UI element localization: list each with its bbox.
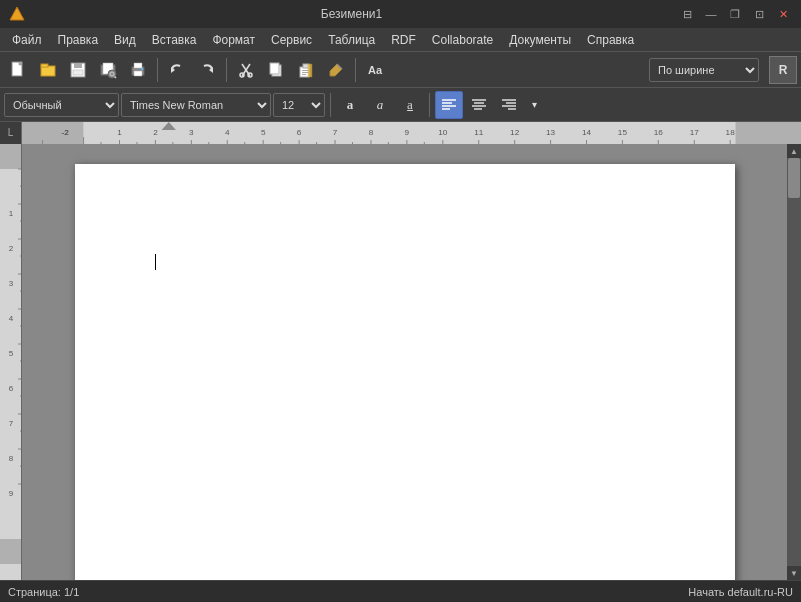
toolbar-separator-3	[355, 58, 356, 82]
vertical-scrollbar[interactable]: ▲ ▼	[787, 144, 801, 580]
svg-rect-15	[141, 68, 143, 70]
svg-text:6: 6	[297, 128, 302, 137]
align-right-button[interactable]	[495, 91, 523, 119]
menu-item-вставка[interactable]: Вставка	[144, 31, 205, 49]
vertical-ruler-container: 1 2 3 4 5 6 7 8 9	[0, 144, 22, 580]
svg-rect-45	[84, 122, 736, 144]
menu-item-collaborate[interactable]: Collaborate	[424, 31, 501, 49]
scroll-track[interactable]	[787, 158, 801, 566]
paste-button[interactable]	[292, 56, 320, 84]
maximize-button[interactable]: ⊡	[749, 4, 769, 24]
svg-line-11	[115, 76, 117, 78]
scroll-down-button[interactable]: ▼	[787, 566, 801, 580]
menubar: ФайлПравкаВидВставкаФорматСервисТаблицаR…	[0, 28, 801, 52]
svg-text:8: 8	[9, 454, 14, 463]
svg-text:7: 7	[9, 419, 14, 428]
format-R-button[interactable]: R	[769, 56, 797, 84]
print-button[interactable]	[124, 56, 152, 84]
italic-button[interactable]: а	[366, 91, 394, 119]
page-info: Страница: 1/1	[8, 586, 79, 598]
ruler-horizontal: -2 -2 1 2 3 4 5 6 7 8 9 10 11	[22, 122, 801, 144]
font-size-select[interactable]: 12 891011 1416182436	[273, 93, 325, 117]
svg-rect-23	[270, 63, 279, 74]
menu-item-справка[interactable]: Справка	[579, 31, 642, 49]
font-name-select[interactable]: Times New Roman	[121, 93, 271, 117]
svg-rect-5	[74, 63, 82, 68]
save-preview-button[interactable]	[64, 56, 92, 84]
menu-item-формат[interactable]: Формат	[204, 31, 263, 49]
format-R-label: R	[779, 63, 788, 77]
minimize-button[interactable]: —	[701, 4, 721, 24]
font-size-button[interactable]: Аа	[361, 56, 389, 84]
app-logo	[8, 5, 26, 23]
svg-text:3: 3	[9, 279, 14, 288]
main-content: 1 2 3 4 5 6 7 8 9	[0, 144, 801, 580]
document-page[interactable]	[75, 164, 735, 580]
svg-rect-43	[22, 122, 84, 144]
titlebar: Безимени1 ⊟ — ❐ ⊡ ✕	[0, 0, 801, 28]
svg-rect-3	[41, 64, 48, 67]
svg-rect-29	[308, 64, 312, 77]
titlebar-title: Безимени1	[26, 7, 677, 21]
svg-text:5: 5	[9, 349, 14, 358]
svg-rect-97	[0, 144, 21, 169]
zoom-select[interactable]: По ширине 50% 75% 100% 150% 200%	[649, 58, 759, 82]
cut-button[interactable]	[232, 56, 260, 84]
svg-text:13: 13	[546, 128, 556, 137]
scroll-thumb[interactable]	[788, 158, 800, 198]
toolbar2-separator-1	[330, 93, 331, 117]
print-preview-button[interactable]	[94, 56, 122, 84]
ruler-corner[interactable]: L	[0, 122, 22, 144]
toolbar1: Аа По ширине 50% 75% 100% 150% 200% R	[0, 52, 801, 88]
svg-text:18: 18	[726, 128, 736, 137]
titlebar-extra-btn[interactable]: ⊟	[677, 4, 697, 24]
redo-button[interactable]	[193, 56, 221, 84]
menu-item-документы[interactable]: Документы	[501, 31, 579, 49]
svg-rect-44	[735, 122, 801, 144]
svg-rect-6	[73, 70, 83, 75]
ruler-vertical: 1 2 3 4 5 6 7 8 9	[0, 144, 21, 580]
paintbrush-button[interactable]	[322, 56, 350, 84]
titlebar-left	[8, 5, 26, 23]
toolbar2-separator-2	[429, 93, 430, 117]
paragraph-style-select[interactable]: Обычный	[4, 93, 119, 117]
menu-item-правка[interactable]: Правка	[50, 31, 107, 49]
svg-text:11: 11	[474, 128, 484, 137]
underline-button[interactable]: а	[396, 91, 424, 119]
new-doc-button[interactable]	[4, 56, 32, 84]
ruler-row: L -2 -2 1 2 3 4 5 6	[0, 122, 801, 144]
svg-text:10: 10	[438, 128, 448, 137]
svg-text:15: 15	[618, 128, 628, 137]
svg-text:1: 1	[9, 209, 14, 218]
font-abc-label: Аа	[368, 64, 382, 76]
more-format-button[interactable]: ▾	[525, 91, 543, 119]
copy-button[interactable]	[262, 56, 290, 84]
menu-item-rdf[interactable]: RDF	[383, 31, 424, 49]
menu-item-таблица[interactable]: Таблица	[320, 31, 383, 49]
svg-text:2: 2	[153, 128, 158, 137]
svg-rect-28	[302, 74, 306, 75]
document-area[interactable]	[22, 144, 787, 580]
open-file-button[interactable]	[34, 56, 62, 84]
text-cursor	[155, 254, 156, 270]
toolbar2: Обычный Times New Roman 12 891011 141618…	[0, 88, 801, 122]
svg-text:8: 8	[369, 128, 374, 137]
svg-rect-99	[0, 539, 21, 564]
locale-info: Начать default.ru-RU	[688, 586, 793, 598]
bold-button[interactable]: а	[336, 91, 364, 119]
svg-text:3: 3	[189, 128, 194, 137]
svg-text:9: 9	[9, 489, 14, 498]
align-center-button[interactable]	[465, 91, 493, 119]
titlebar-controls: ⊟ — ❐ ⊡ ✕	[677, 4, 793, 24]
close-button[interactable]: ✕	[773, 4, 793, 24]
svg-text:4: 4	[225, 128, 230, 137]
undo-button[interactable]	[163, 56, 191, 84]
scroll-up-button[interactable]: ▲	[787, 144, 801, 158]
menu-item-файл[interactable]: Файл	[4, 31, 50, 49]
svg-text:4: 4	[9, 314, 14, 323]
menu-item-сервис[interactable]: Сервис	[263, 31, 320, 49]
restore-button[interactable]: ❐	[725, 4, 745, 24]
align-left-button[interactable]	[435, 91, 463, 119]
statusbar: Страница: 1/1 Начать default.ru-RU	[0, 580, 801, 602]
menu-item-вид[interactable]: Вид	[106, 31, 144, 49]
